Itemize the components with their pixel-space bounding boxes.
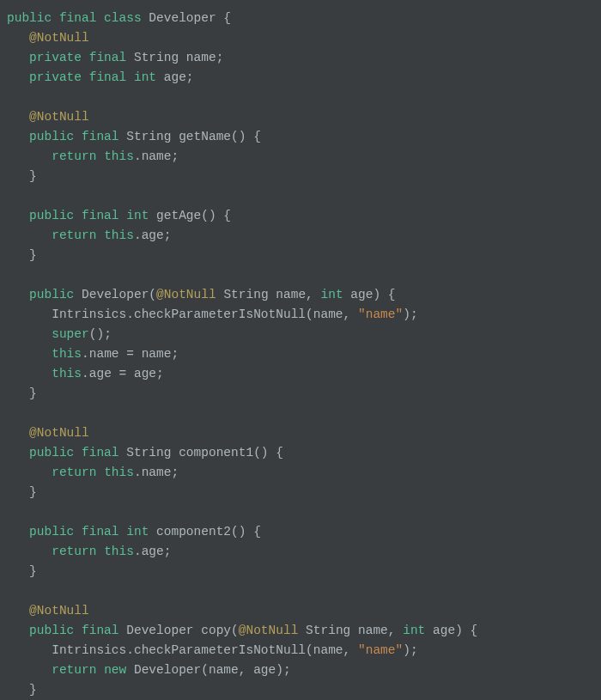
annotation: @NotNull (29, 31, 89, 45)
annotation: @NotNull (29, 426, 89, 440)
annotation: @NotNull (29, 110, 89, 124)
annotation: @NotNull (29, 604, 89, 618)
code-block: public final class Developer { @NotNull … (7, 9, 594, 700)
code-line: public final class (7, 11, 142, 25)
